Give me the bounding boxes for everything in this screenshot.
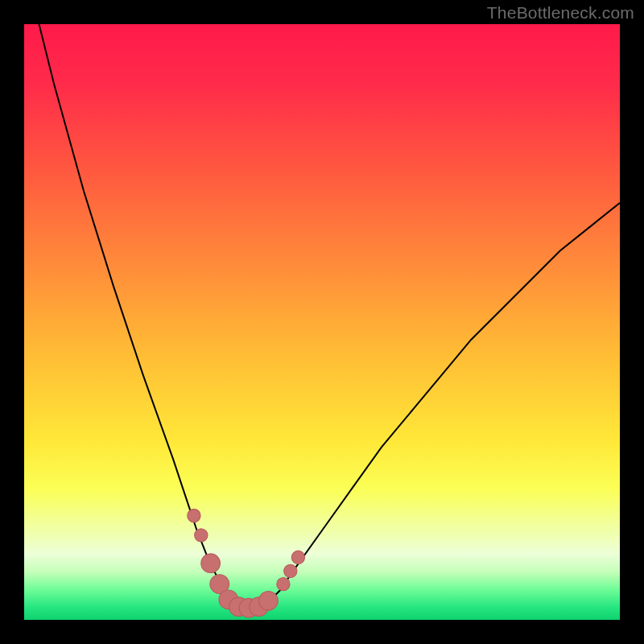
- plot-area: [24, 24, 620, 620]
- curve-marker: [284, 564, 297, 577]
- curve-marker: [201, 554, 221, 573]
- chart-frame: TheBottleneck.com: [0, 0, 644, 644]
- curve-marker: [291, 551, 304, 564]
- curve-marker: [259, 591, 279, 610]
- curve-marker: [195, 529, 208, 542]
- watermark-text: TheBottleneck.com: [487, 3, 634, 23]
- chart-svg: [24, 24, 620, 620]
- curve-marker: [188, 509, 200, 522]
- curve-marker: [277, 577, 290, 590]
